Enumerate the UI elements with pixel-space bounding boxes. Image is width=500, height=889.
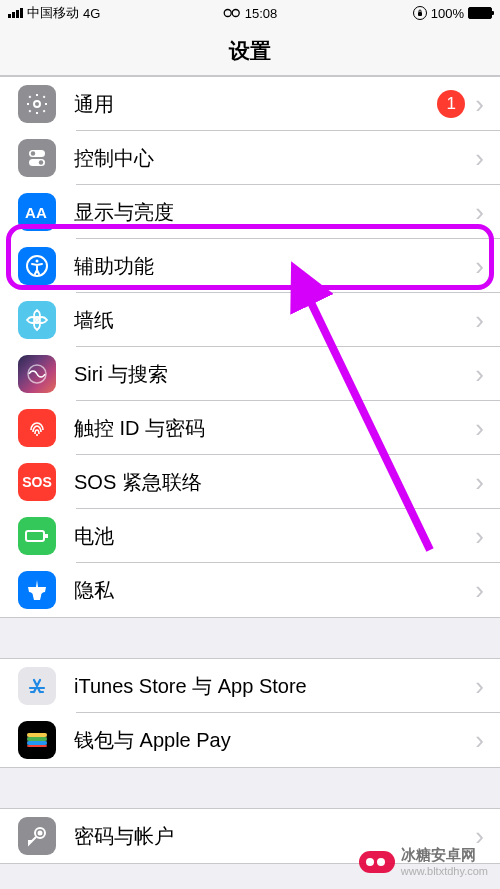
- row-label: 电池: [74, 523, 475, 550]
- signal-icon: [8, 8, 23, 18]
- itunes-icon: [18, 667, 56, 705]
- svg-point-7: [39, 160, 43, 164]
- svg-rect-2: [418, 12, 422, 16]
- watermark: 冰糖安卓网 www.bltxtdhy.com: [359, 846, 488, 877]
- row-battery[interactable]: 电池 ›: [0, 509, 500, 563]
- svg-rect-18: [27, 737, 47, 741]
- accessibility-icon: [18, 247, 56, 285]
- battery-icon: [468, 7, 492, 19]
- svg-point-11: [36, 260, 39, 263]
- notification-badge: 1: [437, 90, 465, 118]
- wallpaper-icon: [18, 301, 56, 339]
- siri-icon: [18, 355, 56, 393]
- row-label: 控制中心: [74, 145, 475, 172]
- svg-rect-20: [27, 745, 47, 747]
- chevron-right-icon: ›: [475, 91, 484, 117]
- row-general[interactable]: 通用 1 ›: [0, 77, 500, 131]
- row-wallpaper[interactable]: 墙纸 ›: [0, 293, 500, 347]
- nav-bar: 设置: [0, 26, 500, 76]
- battery-icon: [18, 517, 56, 555]
- row-privacy[interactable]: 隐私 ›: [0, 563, 500, 617]
- settings-group-main: 通用 1 › 控制中心 › AA 显示与亮度 › 辅助功能 › 墙纸 ›: [0, 76, 500, 618]
- watermark-url: www.bltxtdhy.com: [401, 865, 488, 877]
- chevron-right-icon: ›: [475, 307, 484, 333]
- row-wallet[interactable]: 钱包与 Apple Pay ›: [0, 713, 500, 767]
- status-left: 中国移动 4G: [8, 4, 100, 22]
- svg-rect-17: [27, 733, 47, 737]
- status-right: 100%: [413, 6, 492, 21]
- svg-rect-14: [26, 531, 44, 541]
- svg-point-0: [224, 9, 231, 16]
- row-label: Siri 与搜索: [74, 361, 475, 388]
- group-spacer: [0, 768, 500, 808]
- rotation-lock-icon: [413, 6, 427, 20]
- page-title: 设置: [229, 37, 271, 65]
- carrier-label: 中国移动: [27, 4, 79, 22]
- status-bar: 中国移动 4G 15:08 100%: [0, 0, 500, 26]
- chevron-right-icon: ›: [475, 253, 484, 279]
- watermark-logo-icon: [359, 851, 395, 873]
- chevron-right-icon: ›: [475, 727, 484, 753]
- svg-text:A: A: [25, 204, 36, 221]
- row-label: 隐私: [74, 577, 475, 604]
- chevron-right-icon: ›: [475, 523, 484, 549]
- row-label: 通用: [74, 91, 437, 118]
- row-display-brightness[interactable]: AA 显示与亮度 ›: [0, 185, 500, 239]
- svg-text:A: A: [36, 204, 47, 221]
- group-spacer: [0, 618, 500, 658]
- chevron-right-icon: ›: [475, 469, 484, 495]
- chevron-right-icon: ›: [475, 145, 484, 171]
- battery-pct-label: 100%: [431, 6, 464, 21]
- account-icon: [18, 817, 56, 855]
- row-label: iTunes Store 与 App Store: [74, 673, 475, 700]
- row-label: 辅助功能: [74, 253, 475, 280]
- row-label: 墙纸: [74, 307, 475, 334]
- time-label: 15:08: [245, 6, 278, 21]
- display-icon: AA: [18, 193, 56, 231]
- row-sos[interactable]: SOS SOS 紧急联络 ›: [0, 455, 500, 509]
- sos-icon: SOS: [18, 463, 56, 501]
- svg-point-22: [39, 832, 42, 835]
- settings-group-store: iTunes Store 与 App Store › 钱包与 Apple Pay…: [0, 658, 500, 768]
- row-siri[interactable]: Siri 与搜索 ›: [0, 347, 500, 401]
- row-accessibility[interactable]: 辅助功能 ›: [0, 239, 500, 293]
- general-icon: [18, 85, 56, 123]
- row-label: 钱包与 Apple Pay: [74, 727, 475, 754]
- svg-point-1: [232, 9, 239, 16]
- network-label: 4G: [83, 6, 100, 21]
- privacy-icon: [18, 571, 56, 609]
- row-control-center[interactable]: 控制中心 ›: [0, 131, 500, 185]
- wallet-icon: [18, 721, 56, 759]
- hotspot-icon: [223, 6, 241, 21]
- chevron-right-icon: ›: [475, 673, 484, 699]
- svg-rect-19: [27, 741, 47, 745]
- row-label: SOS 紧急联络: [74, 469, 475, 496]
- row-label: 显示与亮度: [74, 199, 475, 226]
- chevron-right-icon: ›: [475, 577, 484, 603]
- chevron-right-icon: ›: [475, 199, 484, 225]
- svg-point-3: [34, 101, 40, 107]
- row-itunes-appstore[interactable]: iTunes Store 与 App Store ›: [0, 659, 500, 713]
- watermark-text: 冰糖安卓网: [401, 846, 488, 865]
- chevron-right-icon: ›: [475, 415, 484, 441]
- touchid-icon: [18, 409, 56, 447]
- chevron-right-icon: ›: [475, 361, 484, 387]
- row-touchid[interactable]: 触控 ID 与密码 ›: [0, 401, 500, 455]
- row-label: 触控 ID 与密码: [74, 415, 475, 442]
- control-center-icon: [18, 139, 56, 177]
- sos-text: SOS: [22, 474, 52, 490]
- svg-point-5: [31, 151, 35, 155]
- status-center: 15:08: [223, 6, 278, 21]
- svg-rect-15: [45, 534, 48, 538]
